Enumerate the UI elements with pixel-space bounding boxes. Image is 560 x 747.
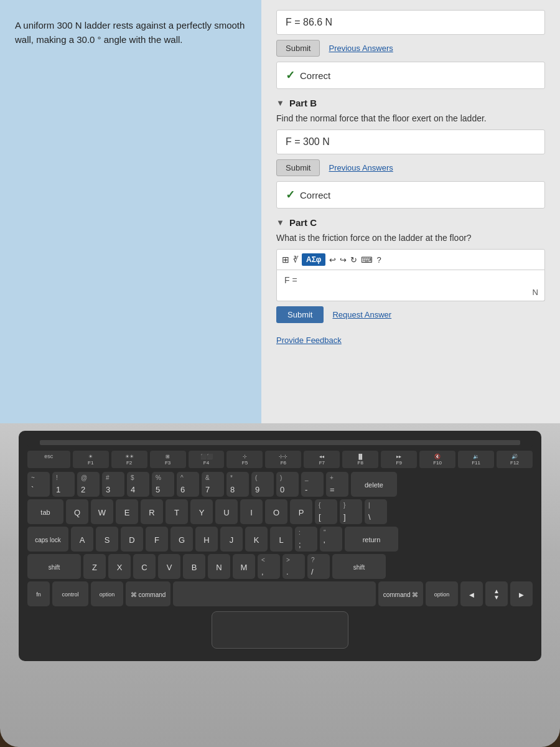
f5-key[interactable]: ⊹F5 xyxy=(226,451,263,468)
left-shift-key[interactable]: shift xyxy=(27,554,81,579)
rightbracket-key[interactable]: }] xyxy=(340,499,362,524)
delete-key[interactable]: delete xyxy=(351,472,397,497)
b-key[interactable]: B xyxy=(183,554,205,579)
right-shift-key[interactable]: shift xyxy=(332,554,386,579)
period-key[interactable]: >. xyxy=(282,554,305,579)
j-key[interactable]: J xyxy=(220,527,243,552)
0-key[interactable]: )0 xyxy=(276,472,299,497)
y-key[interactable]: Y xyxy=(190,499,213,524)
qwerty-row: tab Q W E R T Y U I O P {[ }] |\ xyxy=(27,499,533,524)
h-key[interactable]: H xyxy=(195,527,218,552)
control-key[interactable]: control xyxy=(52,581,88,606)
f3-key[interactable]: ⊞F3 xyxy=(150,451,186,468)
8-key[interactable]: *8 xyxy=(226,472,249,497)
trackpad[interactable] xyxy=(212,611,348,649)
minus-key[interactable]: _- xyxy=(301,472,324,497)
right-arrow-key[interactable]: ► xyxy=(510,581,533,606)
capslock-key[interactable]: caps lock xyxy=(27,527,68,552)
provide-feedback-link[interactable]: Provide Feedback xyxy=(276,336,342,345)
slash-key[interactable]: ?/ xyxy=(307,554,330,579)
f9-key[interactable]: ▸▸F9 xyxy=(381,451,417,468)
5-key[interactable]: %5 xyxy=(152,472,174,497)
bottom-row: fn control option ⌘ command command ⌘ op… xyxy=(27,581,533,606)
part-a-submit-button[interactable]: Submit xyxy=(276,40,320,57)
return-key[interactable]: return xyxy=(345,527,398,552)
7-key[interactable]: &7 xyxy=(202,472,224,497)
part-b-submit-button[interactable]: Submit xyxy=(276,159,320,176)
f7-key[interactable]: ◂◂F7 xyxy=(304,451,340,468)
f10-key[interactable]: 🔇F10 xyxy=(419,451,455,468)
3-key[interactable]: #3 xyxy=(102,472,124,497)
p-key[interactable]: P xyxy=(290,499,312,524)
z-key[interactable]: Z xyxy=(83,554,106,579)
undo-icon[interactable]: ↩ xyxy=(329,255,336,265)
q-key[interactable]: Q xyxy=(66,499,88,524)
quote-key[interactable]: "' xyxy=(320,527,342,552)
f11-key[interactable]: 🔉F11 xyxy=(458,451,494,468)
v-key[interactable]: V xyxy=(158,554,180,579)
backslash-key[interactable]: |\ xyxy=(365,499,387,524)
formula-icon[interactable]: ∛ xyxy=(293,255,298,265)
k-key[interactable]: K xyxy=(245,527,268,552)
symbols-button[interactable]: ΑΣφ xyxy=(302,253,325,266)
left-option-key[interactable]: option xyxy=(91,581,123,606)
redo-icon[interactable]: ↪ xyxy=(340,255,347,265)
tab-key[interactable]: tab xyxy=(27,499,63,524)
w-key[interactable]: W xyxy=(91,499,113,524)
f8-key[interactable]: ▐▌F8 xyxy=(342,451,378,468)
s-key[interactable]: S xyxy=(96,527,118,552)
i-key[interactable]: I xyxy=(240,499,263,524)
right-option-key[interactable]: option xyxy=(426,581,458,606)
right-command-key[interactable]: command ⌘ xyxy=(378,581,423,606)
f1-key[interactable]: ☀F1 xyxy=(73,451,109,468)
touch-bar[interactable] xyxy=(27,438,533,447)
f2-key[interactable]: ☀☀F2 xyxy=(111,451,147,468)
9-key[interactable]: (9 xyxy=(251,472,274,497)
left-arrow-key[interactable]: ◄ xyxy=(460,581,483,606)
space-key[interactable] xyxy=(173,581,376,606)
e-key[interactable]: E xyxy=(116,499,138,524)
n-key[interactable]: N xyxy=(208,554,230,579)
help-icon[interactable]: ? xyxy=(376,255,381,265)
x-key[interactable]: X xyxy=(108,554,131,579)
f4-key[interactable]: ⬛⬛F4 xyxy=(189,451,225,468)
part-b-description: Find the normal force that the floor exe… xyxy=(276,113,545,123)
refresh-icon[interactable]: ↻ xyxy=(350,255,357,265)
d-key[interactable]: D xyxy=(121,527,143,552)
part-c-input-area[interactable]: F = N xyxy=(276,270,545,301)
part-c-input-prefix: F = xyxy=(284,275,297,285)
fn-key[interactable]: fn xyxy=(27,581,50,606)
6-key[interactable]: ^6 xyxy=(177,472,199,497)
part-b-prev-answers-link[interactable]: Previous Answers xyxy=(329,163,393,172)
comma-key[interactable]: <, xyxy=(258,554,280,579)
f-key[interactable]: F xyxy=(146,527,168,552)
2-key[interactable]: @2 xyxy=(77,472,100,497)
semicolon-key[interactable]: :; xyxy=(295,527,317,552)
4-key[interactable]: $4 xyxy=(127,472,149,497)
g-key[interactable]: G xyxy=(170,527,193,552)
m-key[interactable]: M xyxy=(233,554,255,579)
l-key[interactable]: L xyxy=(270,527,292,552)
leftbracket-key[interactable]: {[ xyxy=(315,499,337,524)
left-command-key[interactable]: ⌘ command xyxy=(126,581,170,606)
up-down-arrow-key[interactable]: ▲ ▼ xyxy=(485,581,508,606)
u-key[interactable]: U xyxy=(215,499,238,524)
esc-key[interactable]: esc xyxy=(27,451,70,468)
f12-key[interactable]: 🔊F12 xyxy=(497,451,533,468)
request-answer-link[interactable]: Request Answer xyxy=(332,310,391,319)
part-a-prev-answers-link[interactable]: Previous Answers xyxy=(329,44,393,53)
1-key[interactable]: !1 xyxy=(52,472,75,497)
part-b-label: Part B xyxy=(289,98,317,108)
r-key[interactable]: R xyxy=(141,499,163,524)
backtick-key[interactable]: ~` xyxy=(27,472,50,497)
t-key[interactable]: T xyxy=(166,499,188,524)
c-key[interactable]: C xyxy=(133,554,156,579)
part-c-submit-button[interactable]: Submit xyxy=(276,306,324,323)
o-key[interactable]: O xyxy=(265,499,287,524)
keyboard-icon[interactable]: ⌨ xyxy=(361,255,373,265)
equals-key[interactable]: += xyxy=(326,472,348,497)
a-key[interactable]: A xyxy=(71,527,93,552)
fn-key-row: esc ☀F1 ☀☀F2 ⊞F3 ⬛⬛F4 ⊹F5 ⊹⊹F6 ◂◂F7 ▐▌F8… xyxy=(27,451,533,468)
f6-key[interactable]: ⊹⊹F6 xyxy=(265,451,301,468)
matrix-icon[interactable]: ⊞ xyxy=(282,255,289,265)
